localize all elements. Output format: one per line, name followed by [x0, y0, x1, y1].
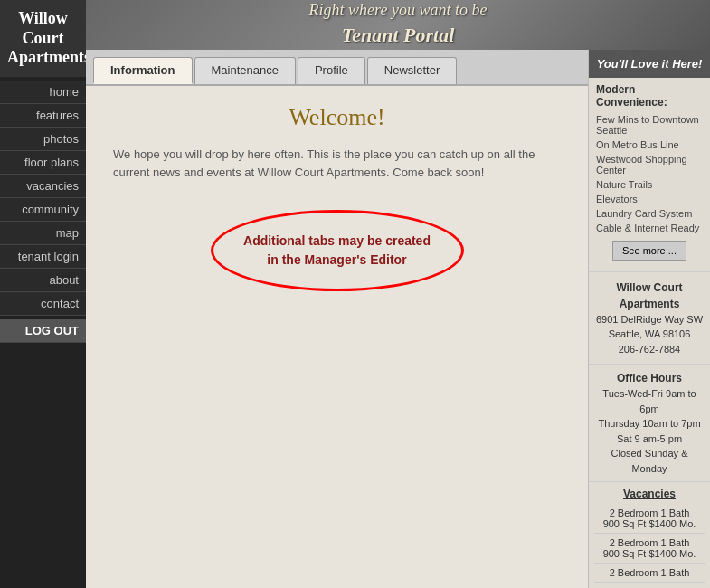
address-street: 6901 DelRidge Way SW [596, 314, 703, 325]
sidebar-item-community[interactable]: community [0, 198, 86, 222]
convenience-item-0: Few Mins to Downtown Seattle [596, 112, 703, 138]
sidebar-item-floor-plans[interactable]: floor plans [0, 151, 86, 175]
header-tagline-line1: Right where you want to be [309, 0, 488, 22]
vacancy-item-2: 2 Bedroom 1 Bath [594, 564, 705, 583]
convenience-item-6: Cable & Internet Ready [596, 221, 703, 235]
sidebar-item-logout[interactable]: LOG OUT [0, 319, 86, 343]
address-phone: 206-762-7884 [619, 344, 681, 355]
right-sidebar: You'll Love it Here! Modern Convenience:… [588, 50, 710, 589]
sidebar-item-about[interactable]: about [0, 269, 86, 292]
oval-notice-text: Additional tabs may be createdin the Man… [225, 232, 449, 270]
welcome-content: Welcome! We hope you will drop by here o… [86, 86, 588, 589]
content-row: Information Maintenance Profile Newslett… [86, 50, 710, 589]
tab-maintenance[interactable]: Maintenance [194, 57, 296, 84]
main-area: Right where you want to be Tenant Portal… [86, 0, 710, 588]
address-city: Seattle, WA 98106 [609, 328, 691, 339]
hours-line-0: Tues-Wed-Fri 9am to 6pm [594, 386, 705, 416]
logo-text: Willow Court Apartments [7, 9, 90, 66]
see-more-button[interactable]: See more ... [612, 241, 686, 261]
tab-profile[interactable]: Profile [298, 57, 365, 84]
header-banner: Right where you want to be Tenant Portal [86, 0, 710, 50]
oval-notice: Additional tabs may be createdin the Man… [211, 210, 464, 291]
sidebar-item-tenant-login[interactable]: tenant login [0, 245, 86, 269]
sidebar-item-features[interactable]: features [0, 104, 86, 128]
sidebar-item-home[interactable]: home [0, 81, 86, 104]
center-panel: Information Maintenance Profile Newslett… [86, 50, 588, 589]
vacancies-section: Vacancies 2 Bedroom 1 Bath900 Sq Ft $140… [589, 482, 710, 588]
modern-convenience-section: Modern Convenience: Few Mins to Downtown… [589, 78, 710, 272]
hours-line-3: Closed Sunday & Monday [594, 446, 705, 476]
convenience-item-5: Laundry Card System [596, 206, 703, 221]
hours-line-2: Sat 9 am-5 pm [594, 432, 705, 447]
welcome-text: We hope you will drop by here often. Thi… [113, 146, 561, 184]
hours-section: Office Hours Tues-Wed-Fri 9am to 6pm Thu… [589, 365, 710, 482]
tabs-bar: Information Maintenance Profile Newslett… [86, 50, 588, 86]
address-section: Willow CourtApartments 6901 DelRidge Way… [589, 272, 710, 365]
sidebar-item-photos[interactable]: photos [0, 128, 86, 151]
vacancies-title: Vacancies [594, 488, 705, 500]
hours-title: Office Hours [594, 370, 705, 386]
sidebar-item-map[interactable]: map [0, 222, 86, 245]
vacancy-item-0: 2 Bedroom 1 Bath900 Sq Ft $1400 Mo. [594, 504, 705, 534]
modern-convenience-title: Modern Convenience: [596, 83, 703, 109]
right-sidebar-header: You'll Love it Here! [589, 50, 710, 78]
vacancy-item-1: 2 Bedroom 1 Bath900 Sq Ft $1400 Mo. [594, 534, 705, 564]
header-text: Right where you want to be Tenant Portal [309, 0, 488, 50]
convenience-item-4: Elevators [596, 192, 703, 206]
oval-notice-wrapper: Additional tabs may be createdin the Man… [113, 210, 561, 291]
logo: Willow Court Apartments [0, 0, 86, 77]
convenience-item-2: Westwood Shopping Center [596, 152, 703, 177]
sidebar-item-contact[interactable]: contact [0, 292, 86, 316]
tab-newsletter[interactable]: Newsletter [367, 57, 457, 84]
convenience-item-3: Nature Trails [596, 177, 703, 192]
welcome-title: Welcome! [113, 104, 561, 131]
tab-information[interactable]: Information [93, 57, 193, 84]
hours-line-1: Thursday 10am to 7pm [594, 416, 705, 432]
sidebar-item-vacancies[interactable]: vacancies [0, 175, 86, 198]
address-name: Willow CourtApartments [594, 280, 705, 312]
header-tagline-line2: Tenant Portal [309, 22, 488, 49]
sidebar: Willow Court Apartments home features ph… [0, 0, 86, 588]
convenience-item-1: On Metro Bus Line [596, 138, 703, 152]
sidebar-nav: home features photos floor plans vacanci… [0, 81, 86, 343]
